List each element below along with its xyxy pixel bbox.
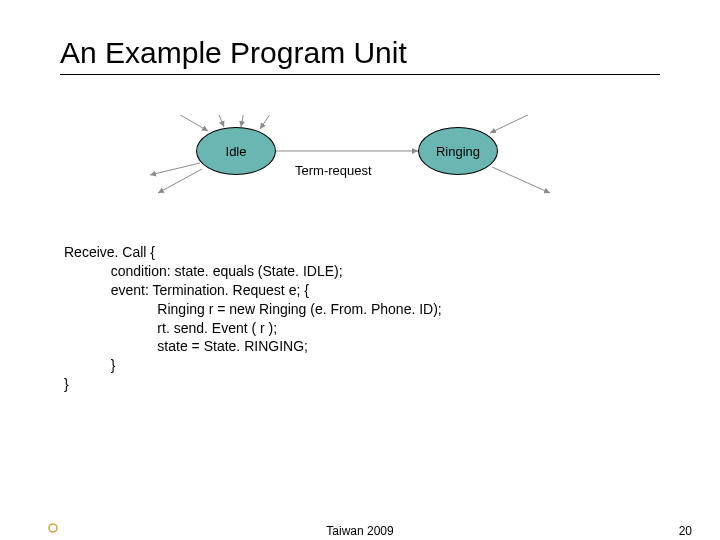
bullet-icon [48, 523, 58, 533]
transition-label: Term-request [295, 163, 372, 178]
code-block: Receive. Call { condition: state. equals… [64, 243, 660, 394]
code-line: Ringing r = new Ringing (e. From. Phone.… [64, 301, 442, 317]
code-line: condition: state. equals (State. IDLE); [64, 263, 343, 279]
state-diagram: Idle Ringing Term-request [120, 115, 600, 215]
state-ringing: Ringing [418, 127, 498, 175]
svg-line-2 [241, 115, 245, 127]
code-line: state = State. RINGING; [64, 338, 308, 354]
code-line: event: Termination. Request e; { [64, 282, 309, 298]
svg-line-8 [492, 167, 550, 193]
svg-line-3 [260, 115, 275, 129]
slide: An Example Program Unit Idle Ringi [0, 0, 720, 540]
page-number: 20 [679, 524, 692, 538]
state-idle: Idle [196, 127, 276, 175]
code-line: } [64, 376, 69, 392]
code-line: rt. send. Event ( r ); [64, 320, 277, 336]
svg-line-7 [490, 115, 536, 133]
svg-line-0 [170, 115, 208, 131]
svg-line-5 [158, 169, 202, 193]
footer-center: Taiwan 2009 [0, 524, 720, 538]
code-line: Receive. Call { [64, 244, 155, 260]
svg-line-1 [215, 115, 224, 127]
page-title: An Example Program Unit [60, 36, 660, 70]
code-line: } [64, 357, 115, 373]
title-rule [60, 74, 660, 75]
svg-point-9 [49, 524, 57, 532]
svg-line-4 [150, 163, 200, 175]
